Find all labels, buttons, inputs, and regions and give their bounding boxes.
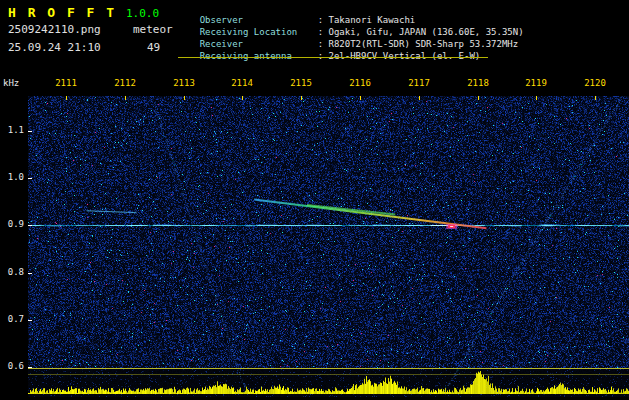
y-tick-label: 1.0: [2, 173, 24, 182]
y-tick-label: 1.1: [2, 126, 24, 135]
y-tick-label: 0.7: [2, 315, 24, 324]
x-tick-label: 2119: [525, 79, 547, 88]
x-tick-label: 2117: [408, 79, 430, 88]
header-separator-line: [178, 57, 488, 58]
mode-label: meteor: [133, 24, 173, 35]
x-tick-label: 2114: [231, 79, 253, 88]
info-value: : 2el-HB9CV Vertical (el. E-W): [318, 51, 481, 61]
hrofft-output-image: H R O F F T 1.0.0 2509242110.png meteor …: [0, 0, 629, 400]
x-tick-label: 2112: [114, 79, 136, 88]
y-tick-label: 0.6: [2, 362, 24, 371]
datetime-label: 25.09.24 21:10: [8, 42, 101, 53]
x-tick-label: 2115: [290, 79, 312, 88]
x-tick-label: 2120: [584, 79, 606, 88]
x-tick-label: 2118: [467, 79, 489, 88]
x-tick-label: 2111: [55, 79, 77, 88]
y-tick-label: 0.9: [2, 220, 24, 229]
output-filename: 2509242110.png: [8, 24, 101, 35]
y-axis-unit: kHz: [3, 79, 19, 88]
file-count: 49: [147, 42, 160, 53]
x-tick-label: 2113: [173, 79, 195, 88]
x-tick-label: 2116: [349, 79, 371, 88]
spectrogram-canvas: [28, 96, 629, 397]
y-tick-label: 0.8: [2, 268, 24, 277]
app-title: H R O F F T: [8, 6, 116, 19]
app-version: 1.0.0: [126, 8, 159, 19]
